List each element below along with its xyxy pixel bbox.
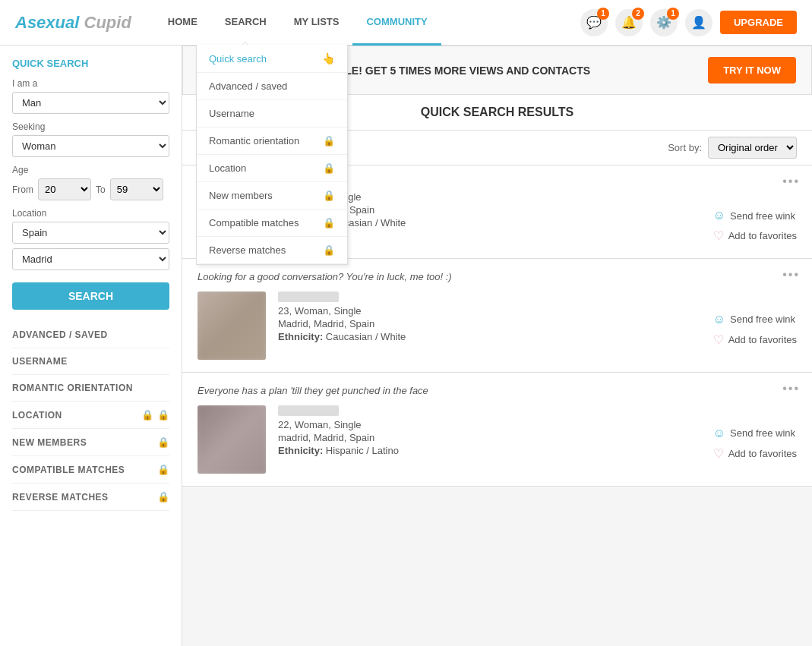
dropdown-location[interactable]: Location 🔒 [197, 155, 347, 182]
more-options-btn-2[interactable]: ••• [782, 268, 800, 282]
age-to-select[interactable]: 59 [110, 178, 163, 200]
reverse-lock-icon: 🔒 [323, 244, 335, 256]
card-actions-1: ☺ Send free wink ♡ Add to favorites [713, 209, 797, 243]
profile-photo-3[interactable] [197, 405, 266, 474]
send-wink-label-1: Send free wink [730, 210, 795, 221]
compatible-lock-icon: 🔒 [323, 217, 335, 228]
i-am-a-select[interactable]: Man Woman [12, 92, 169, 114]
notifications-badge: 2 [632, 8, 644, 20]
logo-part1: Asexual [15, 13, 79, 32]
settings-btn[interactable]: ⚙️ 1 [650, 9, 678, 36]
location-lock-icon: 🔒 [323, 162, 335, 174]
sidebar-compatible-label: COMPATIBLE MATCHES [12, 465, 125, 475]
more-options-btn-1[interactable]: ••• [782, 175, 800, 188]
sidebar-advanced-label: ADVANCED / SAVED [12, 329, 108, 340]
card-quote-3: Everyone has a plan 'till they get punch… [197, 385, 797, 396]
main-layout: QUICK SEARCH I am a Man Woman Seeking Ma… [0, 46, 812, 646]
dropdown-quick-search[interactable]: Quick search 👆 [197, 45, 347, 73]
messages-badge: 1 [597, 8, 609, 20]
add-fav-label-2: Add to favorites [728, 333, 797, 345]
fav-icon-1: ♡ [713, 228, 724, 243]
location-label: Location [12, 208, 169, 219]
profile-photo-2[interactable] [197, 291, 266, 360]
i-am-a-label: I am a [12, 78, 169, 89]
country-select[interactable]: Spain [12, 222, 169, 244]
lock-icon-2: 🔒 [157, 409, 170, 421]
profile-card-3: ••• Everyone has a plan 'till they get p… [182, 373, 812, 487]
sidebar-reverse-matches[interactable]: REVERSE MATCHES 🔒 [12, 484, 169, 511]
sidebar: QUICK SEARCH I am a Man Woman Seeking Ma… [0, 46, 182, 646]
logo: Asexual Cupid [15, 13, 131, 33]
sidebar-username-label: USERNAME [12, 356, 68, 367]
reverse-lock: 🔒 [157, 491, 170, 503]
sort-select[interactable]: Original order Newest first Last active [708, 137, 797, 159]
sidebar-new-members-label: NEW MEMBERS [12, 437, 87, 448]
nav-community[interactable]: COMMUNITY [352, 0, 441, 46]
add-fav-btn-1[interactable]: ♡ Add to favorites [713, 228, 797, 243]
profile-btn[interactable]: 👤 [685, 9, 712, 36]
photo-blur-3 [197, 405, 266, 474]
sidebar-romantic-orientation[interactable]: ROMANTIC ORIENTATION [12, 375, 169, 402]
upgrade-button[interactable]: UPGRADE [720, 11, 797, 34]
try-it-now-button[interactable]: TRY IT NOW [708, 57, 796, 84]
send-wink-label-2: Send free wink [730, 314, 795, 325]
sidebar-username[interactable]: USERNAME [12, 348, 169, 375]
card-actions-3: ☺ Send free wink ♡ Add to favorites [713, 426, 797, 460]
age-from-label: From [12, 184, 33, 195]
dropdown-username-label: Username [209, 108, 254, 119]
add-fav-label-3: Add to favorites [728, 447, 797, 459]
dropdown-new-members[interactable]: New members 🔒 [197, 182, 347, 210]
profile-meta-1: 25, Woman, Single [278, 191, 797, 203]
card-body-3: 22, Woman, Single madrid, Madrid, Spain … [197, 405, 797, 474]
wink-icon-2: ☺ [713, 312, 725, 326]
lock-icon-1: 🔒 [141, 409, 154, 421]
dropdown-compatible-label: Compatible matches [209, 217, 299, 228]
dropdown-compatible-matches[interactable]: Compatible matches 🔒 [197, 210, 347, 237]
dropdown-location-label: Location [209, 162, 246, 174]
sidebar-compatible-matches[interactable]: COMPATIBLE MATCHES 🔒 [12, 456, 169, 484]
main-nav: HOME SEARCH MY LISTS COMMUNITY [154, 0, 441, 46]
fav-icon-3: ♡ [713, 446, 724, 460]
compatible-lock: 🔒 [157, 464, 170, 475]
profile-name-2[interactable] [278, 291, 339, 302]
add-fav-btn-2[interactable]: ♡ Add to favorites [713, 332, 797, 346]
nav-search[interactable]: SEARCH [211, 0, 280, 46]
age-row: From 20 To 59 [12, 178, 169, 200]
sidebar-reverse-label: REVERSE MATCHES [12, 492, 109, 503]
nav-my-lists[interactable]: MY LISTS [280, 0, 353, 46]
profile-name-3[interactable] [278, 405, 339, 416]
sidebar-sections: ADVANCED / SAVED USERNAME ROMANTIC ORIEN… [12, 322, 169, 511]
dropdown-advanced-saved[interactable]: Advanced / saved [197, 73, 347, 100]
age-from-select[interactable]: 20 [38, 178, 91, 200]
send-wink-btn-2[interactable]: ☺ Send free wink [713, 312, 797, 326]
location-locks: 🔒 🔒 [141, 409, 169, 421]
dropdown-advanced-label: Advanced / saved [209, 80, 287, 92]
header: Asexual Cupid HOME SEARCH MY LISTS COMMU… [0, 0, 812, 46]
seeking-select[interactable]: Man Woman [12, 135, 169, 157]
nav-search-label: SEARCH [225, 16, 267, 27]
wink-icon-1: ☺ [713, 209, 725, 222]
sidebar-location[interactable]: LOCATION 🔒 🔒 [12, 402, 169, 429]
sidebar-new-members[interactable]: NEW MEMBERS 🔒 [12, 429, 169, 456]
dropdown-reverse-matches[interactable]: Reverse matches 🔒 [197, 237, 347, 264]
send-wink-btn-3[interactable]: ☺ Send free wink [713, 426, 797, 440]
photo-blur-2 [197, 291, 266, 360]
search-dropdown: Quick search 👆 Advanced / saved Username… [196, 45, 348, 265]
city-select[interactable]: Madrid [12, 248, 169, 270]
more-options-btn-3[interactable]: ••• [782, 382, 800, 395]
results-title: QUICK SEARCH RESULTS [421, 106, 574, 118]
romantic-lock-icon: 🔒 [323, 135, 335, 147]
dropdown-username[interactable]: Username [197, 100, 347, 128]
logo-part2: Cupid [84, 13, 131, 32]
send-wink-btn-1[interactable]: ☺ Send free wink [713, 209, 797, 222]
sidebar-location-label: LOCATION [12, 410, 62, 421]
fav-icon-2: ♡ [713, 332, 724, 346]
add-fav-btn-3[interactable]: ♡ Add to favorites [713, 446, 797, 460]
sidebar-advanced-saved[interactable]: ADVANCED / SAVED [12, 322, 169, 348]
age-label: Age [12, 165, 169, 175]
search-button[interactable]: SEARCH [12, 282, 169, 310]
notifications-btn[interactable]: 🔔 2 [615, 9, 643, 36]
messages-btn[interactable]: 💬 1 [580, 9, 608, 36]
dropdown-romantic-orientation[interactable]: Romantic orientation 🔒 [197, 128, 347, 155]
nav-home[interactable]: HOME [154, 0, 211, 46]
